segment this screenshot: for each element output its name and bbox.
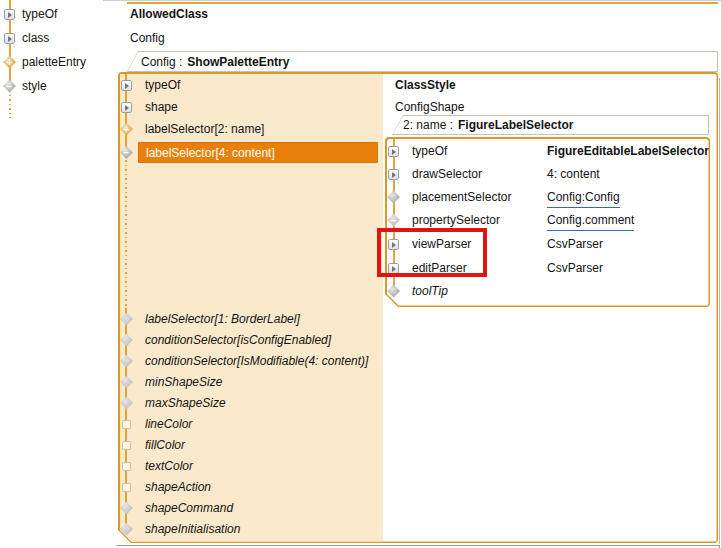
property-label: labelSelector[1: BorderLabel] xyxy=(145,309,300,329)
expand-arrow-icon[interactable] xyxy=(2,4,17,24)
cropped-panel-above-orange-edge xyxy=(127,2,718,5)
expand-arrow-icon[interactable] xyxy=(2,28,17,48)
property-label: shapeCommand xyxy=(145,498,233,518)
property-label: typeOf xyxy=(22,4,57,24)
propertyselector-link[interactable]: Config.comment xyxy=(547,210,634,231)
diamond-plus-icon[interactable]: + xyxy=(2,52,17,72)
property-value: CsvParser xyxy=(547,258,603,278)
style-shape-value: ConfigShape xyxy=(395,97,464,117)
detail-row-drawselector[interactable]: drawSelector 4: content xyxy=(386,164,706,184)
value-name: ShowPaletteEntry xyxy=(187,55,289,69)
style-row-maxshapesize[interactable]: maxShapeSize xyxy=(119,393,226,413)
property-label: labelSelector[2: name] xyxy=(145,119,264,139)
property-label: paletteEntry xyxy=(22,52,86,72)
property-value: FigureEditableLabelSelector xyxy=(547,141,709,161)
tree-row-style[interactable]: − style xyxy=(2,76,47,96)
diamond-icon[interactable] xyxy=(119,351,134,371)
tree-row-typeof[interactable]: typeOf xyxy=(2,4,57,24)
property-label: typeOf xyxy=(145,75,180,95)
selection-highlight: labelSelector[4: content] xyxy=(138,142,378,163)
style-row-fillcolor[interactable]: fillColor xyxy=(119,435,185,455)
properties-editor: typeOf class + paletteEntry − style Allo… xyxy=(0,0,721,548)
style-row-shapecommand[interactable]: shapeCommand xyxy=(119,498,233,518)
style-row-textcolor[interactable]: textColor xyxy=(119,456,193,476)
typeof-value: AllowedClass xyxy=(130,4,208,24)
style-typeof-value: ClassStyle xyxy=(395,75,456,95)
tree-row-class[interactable]: class xyxy=(2,28,49,48)
value-name: FigureLabelSelector xyxy=(458,118,573,132)
property-label: textColor xyxy=(145,456,193,476)
property-label: minShapeSize xyxy=(145,372,222,392)
class-value: Config xyxy=(130,28,165,48)
diamond-minus-icon[interactable]: − xyxy=(2,76,17,96)
property-label: class xyxy=(22,28,49,48)
style-row-linecolor[interactable]: lineColor xyxy=(119,414,192,434)
placementselector-link[interactable]: Config:Config xyxy=(547,187,620,208)
property-label: conditionSelector[isConfigEnabled] xyxy=(145,330,331,350)
value-prefix: 2: name : xyxy=(403,118,453,132)
property-label: shapeInitialisation xyxy=(145,519,240,539)
labelselector2-value-box[interactable]: 2: name : FigureLabelSelector xyxy=(392,115,709,135)
square-icon[interactable] xyxy=(119,456,134,476)
property-label: placementSelector xyxy=(412,187,511,207)
property-label: typeOf xyxy=(412,141,447,161)
detail-row-placementselector[interactable]: placementSelector Config:Config xyxy=(386,187,706,207)
diamond-icon[interactable] xyxy=(119,498,134,518)
style-row-labelselector-2[interactable]: + labelSelector[2: name] xyxy=(119,119,264,139)
square-icon[interactable] xyxy=(119,414,134,434)
diamond-icon[interactable] xyxy=(119,309,134,329)
diamond-icon[interactable] xyxy=(386,281,401,301)
diamond-icon[interactable] xyxy=(386,187,401,207)
expand-arrow-icon[interactable] xyxy=(386,164,401,184)
property-label: shape xyxy=(145,97,178,117)
expand-arrow-icon[interactable] xyxy=(386,141,401,161)
paletteentry-value-box[interactable]: Config : ShowPaletteEntry xyxy=(127,51,718,72)
annotation-highlight-red-rectangle xyxy=(377,228,487,277)
property-label: drawSelector xyxy=(412,164,482,184)
style-row-minshapesize[interactable]: minShapeSize xyxy=(119,372,222,392)
diamond-plus-icon[interactable]: + xyxy=(119,119,134,139)
property-label: style xyxy=(22,76,47,96)
property-label: shapeAction xyxy=(145,477,211,497)
property-label: labelSelector[4: content] xyxy=(146,143,275,163)
diamond-icon[interactable] xyxy=(119,330,134,350)
style-row-labelselector-4-selected[interactable]: − labelSelector[4: content] xyxy=(119,142,378,163)
property-label: propertySelector xyxy=(412,210,500,230)
detail-row-propertyselector[interactable]: − propertySelector Config.comment xyxy=(386,210,706,230)
property-value: 4: content xyxy=(547,164,600,184)
property-label: lineColor xyxy=(145,414,192,434)
tree-row-paletteentry[interactable]: + paletteEntry xyxy=(2,52,86,72)
detail-row-typeof[interactable]: typeOf FigureEditableLabelSelector xyxy=(386,141,706,161)
panel-shadow xyxy=(719,78,721,544)
square-icon[interactable] xyxy=(119,477,134,497)
property-label: fillColor xyxy=(145,435,185,455)
diamond-minus-icon[interactable]: − xyxy=(119,143,134,163)
style-connector-line-dotted xyxy=(125,160,127,310)
diamond-minus-icon[interactable]: − xyxy=(386,210,401,230)
property-label: toolTip xyxy=(412,281,448,301)
property-label: maxShapeSize xyxy=(145,393,226,413)
expand-arrow-icon[interactable] xyxy=(119,75,134,95)
style-row-shapeinitialisation[interactable]: shapeInitialisation xyxy=(119,519,240,539)
style-row-conditionselector-ismodifiable[interactable]: conditionSelector[IsModifiable(4: conten… xyxy=(119,351,368,371)
style-row-typeof[interactable]: typeOf xyxy=(119,75,180,95)
style-row-labelselector-1[interactable]: labelSelector[1: BorderLabel] xyxy=(119,309,300,329)
value-prefix: Config : xyxy=(141,55,182,69)
diamond-icon[interactable] xyxy=(119,372,134,392)
detail-row-tooltip[interactable]: toolTip xyxy=(386,281,706,301)
square-icon[interactable] xyxy=(119,435,134,455)
style-row-shapeaction[interactable]: shapeAction xyxy=(119,477,211,497)
style-row-conditionselector-isconfigenabled[interactable]: conditionSelector[isConfigEnabled] xyxy=(119,330,331,350)
style-row-shape[interactable]: shape xyxy=(119,97,178,117)
diamond-icon[interactable] xyxy=(119,393,134,413)
expand-arrow-icon[interactable] xyxy=(119,97,134,117)
diamond-icon[interactable] xyxy=(119,519,134,539)
property-value: CsvParser xyxy=(547,234,603,254)
property-label: conditionSelector[IsModifiable(4: conten… xyxy=(145,351,368,371)
